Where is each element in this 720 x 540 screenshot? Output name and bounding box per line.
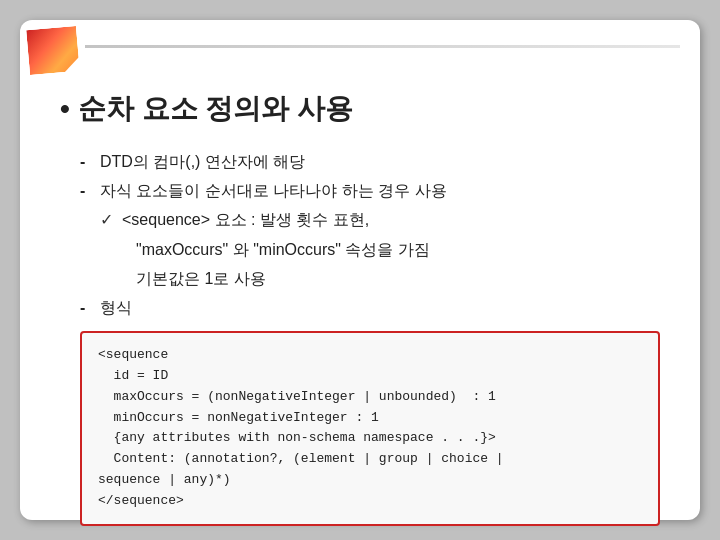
bullet: • <box>60 93 70 125</box>
item-text: DTD의 컴마(,) 연산자에 해당 <box>100 148 305 175</box>
list-item: - DTD의 컴마(,) 연산자에 해당 <box>80 148 660 175</box>
item-text: <sequence> 요소 : 발생 횟수 표현, <box>122 206 369 233</box>
content-area: - DTD의 컴마(,) 연산자에 해당 - 자식 요소들이 순서대로 나타나야… <box>60 148 660 526</box>
item-text: 기본값은 1로 사용 <box>136 270 266 287</box>
list-item: 기본값은 1로 사용 <box>136 265 660 292</box>
main-title: • 순차 요소 정의와 사용 <box>60 90 660 128</box>
title-bar <box>85 32 680 60</box>
dash-icon: - <box>80 177 92 204</box>
item-text: 형식 <box>100 294 132 321</box>
code-block: <sequence id = ID maxOccurs = (nonNegati… <box>80 331 660 525</box>
check-icon: ✓ <box>100 206 116 233</box>
item-text: 자식 요소들이 순서대로 나타나야 하는 경우 사용 <box>100 177 447 204</box>
list-item: - 자식 요소들이 순서대로 나타나야 하는 경우 사용 <box>80 177 660 204</box>
dash-icon: - <box>80 148 92 175</box>
dash-icon: - <box>80 294 92 321</box>
list-item: "maxOccurs" 와 "minOccurs" 속성을 가짐 <box>136 236 660 263</box>
slide: • 순차 요소 정의와 사용 - DTD의 컴마(,) 연산자에 해당 - 자식… <box>20 20 700 520</box>
main-title-text: 순차 요소 정의와 사용 <box>78 90 353 128</box>
list-item: - 형식 <box>80 294 660 321</box>
list-item: ✓ <sequence> 요소 : 발생 횟수 표현, <box>100 206 660 233</box>
item-text: "maxOccurs" 와 "minOccurs" 속성을 가짐 <box>136 241 430 258</box>
slide-decoration <box>28 28 78 73</box>
